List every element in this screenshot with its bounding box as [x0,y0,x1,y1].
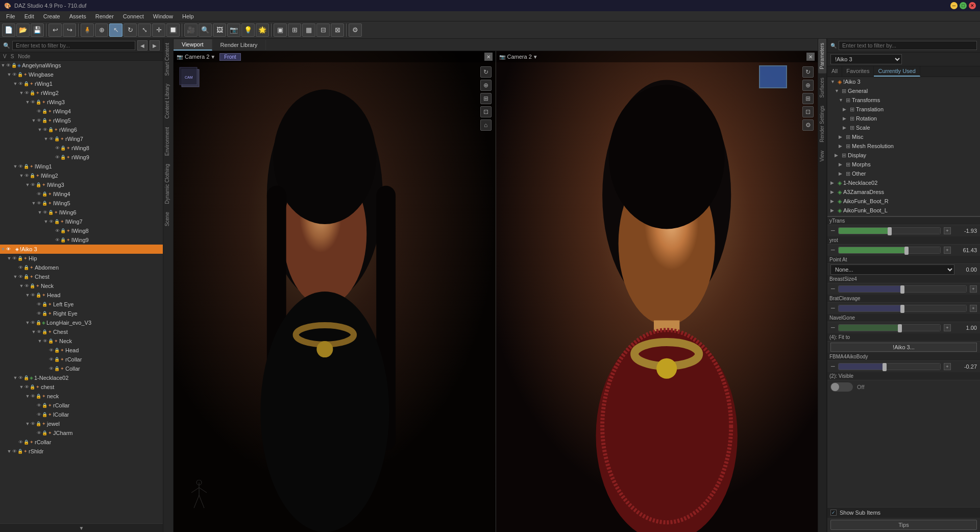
tree-item-rwing1[interactable]: ▼ 👁 🔒 ✦ rWing1 [0,79,163,88]
navelgone-minus[interactable]: − [830,323,835,332]
tool-translate[interactable]: ✛ [152,23,165,37]
tree-item-rcollar2[interactable]: 👁 🔒 ✦ rCollar [0,438,163,447]
expand-icon[interactable]: ▼ [0,63,6,68]
filter-all[interactable]: All [827,66,842,77]
tree-item-lwing9[interactable]: 👁 🔒 ✦ lWing9 [0,235,163,245]
tree-item-chest-n[interactable]: ▼ 👁 🔒 ✦ chest [0,382,163,392]
breastsize4-minus[interactable]: − [830,284,835,294]
tree-item-chest[interactable]: ▼ 👁 🔒 ✦ Chest [0,272,163,281]
tree-item-rwing7[interactable]: ▼ 👁 🔒 ✦ rWing7 [0,134,163,143]
tree-item-lwing7[interactable]: ▼ 👁 🔒 ✦ lWing7 [0,217,163,226]
expand-icon[interactable]: ▶ [830,208,838,213]
tree-item-neck-n[interactable]: ▼ 👁 🔒 ✦ neck [0,392,163,401]
environment-tab[interactable]: Environment [163,123,173,160]
rtree-boot-l[interactable]: ▶ ◈ AikoFunk_Boot_L [827,206,980,215]
tree-item-rcollar[interactable]: 👁 🔒 ✦ rCollar [0,355,163,364]
expand-icon[interactable]: ▼ [24,182,31,187]
expand-icon[interactable]: ▶ [839,134,846,139]
tool-figure-select[interactable]: 🧍 [81,23,94,37]
expand-icon[interactable]: ▼ [18,90,24,95]
tree-item-lefteye[interactable]: 👁 🔒 ✦ Left Eye [0,300,163,309]
restore-button[interactable]: □ [960,2,967,9]
slider-thumb[interactable] [900,285,904,294]
menu-edit[interactable]: Edit [20,12,38,20]
tree-item-righteye[interactable]: 👁 🔒 ✦ Right Eye [0,309,163,318]
expand-icon[interactable]: ▼ [37,127,43,132]
tool-rotate[interactable]: ↻ [124,23,137,37]
viewport-close-left[interactable]: ✕ [484,53,493,61]
nav-home-left[interactable]: ⌂ [480,119,492,131]
expand-icon[interactable]: ▼ [835,88,842,93]
nav-pan-left[interactable]: ⊞ [480,93,492,104]
navelgone-plus[interactable]: + [944,324,951,331]
tool-open[interactable]: 📂 [16,23,30,37]
expand-icon[interactable]: ▼ [830,79,838,84]
scene-select[interactable]: !Aiko 3 [830,54,902,64]
tree-item-rwing2[interactable]: ▼ 👁 🔒 ✦ rWing2 [0,88,163,98]
expand-icon[interactable]: ▶ [843,116,850,121]
tool-pointer[interactable]: ↖ [109,23,122,37]
tree-item-lwing5[interactable]: ▼ 👁 🔒 ✦ lWing5 [0,199,163,208]
expand-icon[interactable]: ▶ [843,125,850,130]
tree-item-rwing5[interactable]: ▼ 👁 🔒 ✦ rWing5 [0,116,163,125]
breastsize4-slider[interactable] [838,285,967,293]
expand-icon[interactable]: ▶ [843,107,850,112]
menu-connect[interactable]: Connect [119,12,148,20]
filter-currently-used[interactable]: Currently Used [874,66,920,77]
camera-dropdown-right[interactable]: ▼ [533,54,538,60]
menu-create[interactable]: Create [39,12,64,20]
yrot-minus[interactable]: − [830,246,835,255]
expand-icon[interactable]: ▼ [12,164,18,169]
menu-render[interactable]: Render [91,12,118,20]
nav-frame-right[interactable]: ⊡ [802,106,814,117]
tool-layout-2[interactable]: ⊞ [288,23,301,37]
tree-item-rwing3[interactable]: ▼ 👁 🔒 ✦ rWing3 [0,98,163,107]
rtree-necklace[interactable]: ▶ ◈ 1-Necklace02 [827,178,980,187]
expand-icon[interactable]: ▼ [6,72,12,77]
expand-icon[interactable]: ▼ [6,256,12,261]
tree-item-lwing2[interactable]: ▼ 👁 🔒 ✦ lWing2 [0,171,163,180]
tree-item-lwing1[interactable]: ▼ 👁 🔒 ✦ lWing1 [0,162,163,171]
tree-item-wingbase[interactable]: ▼ 👁 🔒 ✦ Wingbase [0,70,163,79]
tree-item-abdomen[interactable]: 👁 🔒 ✦ Abdomen [0,263,163,272]
tool-node-select[interactable]: ⊕ [95,23,108,37]
tool-camera-orbit[interactable]: 🎥 [184,23,198,37]
expand-icon[interactable]: ▼ [18,283,24,288]
tab-render-settings[interactable]: Render Settings [818,102,826,147]
tree-item-neck2[interactable]: ▼ 👁 🔒 ✦ Neck [0,336,163,346]
fbma4aikobody-minus[interactable]: − [830,362,835,371]
tab-parameters[interactable]: Parameters [818,39,826,74]
nav-frame-left[interactable]: ⊡ [480,106,492,117]
tool-layout-1[interactable]: ▣ [274,23,287,37]
expand-icon[interactable]: ▼ [37,210,43,215]
view-mode-button[interactable]: Front [219,53,240,61]
rtree-transforms[interactable]: ▼ ⊞ Transforms [827,95,980,105]
tool-universal[interactable]: 🔲 [166,23,180,37]
tool-camera-frame[interactable]: 🖼 [213,23,226,37]
expand-icon[interactable]: ▼ [18,384,24,390]
ytrans-minus[interactable]: − [830,226,835,235]
expand-icon[interactable]: ▶ [830,199,838,204]
slider-thumb[interactable] [900,305,904,313]
tree-item-chest2[interactable]: ▼ 👁 🔒 ✦ Chest [0,327,163,336]
tree-item-longhair[interactable]: ▼ 👁 🔒 ◈ LongHair_evo_V3 [0,318,163,327]
tool-camera-door[interactable]: 📷 [227,23,240,37]
nav-zoom-left[interactable]: ⊕ [480,80,492,91]
point-at-select[interactable]: None... [830,264,954,275]
tree-item-neck[interactable]: ▼ 👁 🔒 ✦ Neck [0,281,163,291]
nav-pan-right[interactable]: ⊞ [802,93,814,104]
expand-icon[interactable]: ▶ [830,189,838,195]
tree-item-jewel[interactable]: ▼ 👁 🔒 ✦ jewel [0,419,163,428]
show-sub-items-checkbox[interactable]: ✓ [830,510,837,516]
fitto-button[interactable]: !Aiko 3... [830,343,977,352]
expand-icon[interactable]: ▶ [835,153,842,158]
rtree-general[interactable]: ▼ ⊞ General [827,86,980,95]
tree-item-angelynawings[interactable]: ▼ 👁 🔒 ◈ AngelynaWings [0,61,163,70]
navelgone-slider[interactable] [838,324,941,331]
expand-icon[interactable]: ▼ [31,201,37,206]
tree-item-head2[interactable]: 👁 🔒 ✦ Head [0,346,163,355]
tree-item-lwing6[interactable]: ▼ 👁 🔒 ✦ lWing6 [0,208,163,217]
slider-thumb[interactable] [898,324,902,332]
tree-item-lwing4[interactable]: 👁 🔒 ✦ lWing4 [0,189,163,199]
tool-undo[interactable]: ↩ [48,23,62,37]
